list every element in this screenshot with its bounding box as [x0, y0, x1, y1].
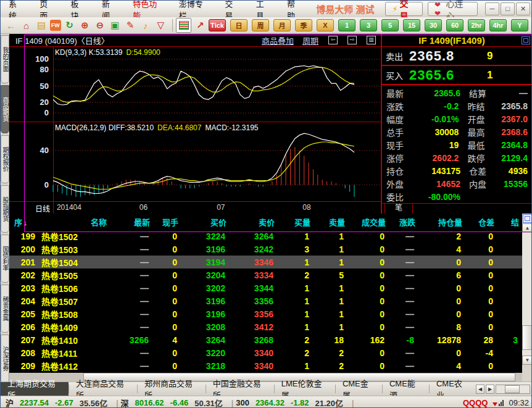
sidebar-tab-commodity-futures[interactable]: 商品期货 [1, 85, 9, 133]
svg-text:0: 0 [44, 108, 49, 117]
exchange-tab-shfe[interactable]: 上海期货交易所 [1, 382, 69, 396]
table-header-cell[interactable]: 持仓量 [418, 216, 465, 228]
table-row[interactable]: 205热卷1508—031963356110—00 [9, 307, 522, 320]
table-header-cell[interactable]: 现手 [152, 216, 181, 228]
buy-quote-row[interactable]: 买入 2365.6 1 [382, 66, 532, 85]
period-button-15[interactable]: 15 [403, 19, 420, 31]
cell-seq: 202 [9, 270, 40, 280]
zoom-out-icon[interactable]: ⊖ [93, 19, 107, 32]
exchange-tab-cme-agri[interactable]: CME农业 [430, 382, 476, 396]
table-header-cell[interactable]: 买价 [181, 216, 229, 228]
quote-board-button[interactable] [176, 18, 191, 33]
table-header-cell[interactable]: 卖价 [229, 216, 277, 228]
heart-link-button[interactable]: ❤❤ 心连心 [428, 2, 478, 16]
minimize-button[interactable]: ─ [485, 2, 499, 15]
maximize-button[interactable]: □ [501, 2, 515, 15]
sell-quote-row[interactable]: 卖出 2365.8 9 [382, 47, 532, 66]
tick-period-button[interactable]: Tick [209, 19, 226, 31]
scroll-down-button[interactable]: ▼ [522, 356, 532, 365]
fin-calendar-icon[interactable]: FW [50, 20, 61, 31]
table-restore-icon[interactable] [523, 214, 532, 223]
journal-icon[interactable]: ▤ [35, 19, 48, 32]
layout-icon[interactable]: ▥ [367, 36, 376, 44]
tab-scroll-right-button[interactable]: ▶ [486, 385, 494, 394]
index-label: 沪 [6, 397, 14, 408]
tab-mini-scroll-thumb[interactable] [505, 385, 520, 393]
zoom-in-icon[interactable]: ⊕ [78, 19, 91, 32]
period-button-5[interactable]: 5 [381, 19, 399, 31]
stat-value: 2365.8 [501, 101, 528, 111]
tick-tab[interactable]: 笔 [384, 204, 413, 214]
trade-button[interactable]: ⚡ 交易 [385, 2, 423, 16]
macd-chart[interactable]: 400 [9, 122, 381, 201]
period-button-2hr[interactable]: 2hr [468, 19, 485, 31]
table-header-cell[interactable]: 成交量 [347, 216, 388, 228]
scroll-track[interactable] [522, 233, 532, 356]
table-header-cell[interactable]: 仓差 [465, 216, 497, 228]
period-button-Y[interactable]: Y [511, 19, 528, 31]
alert-icon[interactable]: ♪ [139, 19, 152, 32]
table-header-cell[interactable]: 涨跌 [388, 216, 418, 228]
table-row[interactable]: 206热卷1409—032083412110—80 [9, 320, 522, 333]
table-header-cell[interactable]: 名称 [40, 216, 109, 228]
scroll-up-button[interactable]: ▲ [522, 223, 532, 233]
restore-icon[interactable] [522, 36, 530, 44]
next-page-icon[interactable]: ⇨ [347, 36, 357, 44]
prev-page-icon[interactable]: ⇦ [328, 36, 338, 44]
kd-chart[interactable]: 1008050200 [9, 47, 381, 122]
period-button-月[interactable]: 月 [273, 19, 291, 31]
table-row[interactable]: 209热卷1412—032183340120—40 [9, 359, 522, 372]
exchange-tab-lme[interactable]: LME伦敦金属 [275, 382, 335, 396]
period-button-周[interactable]: 周 [252, 19, 269, 31]
table-row[interactable]: 202热卷1505—032043334250—60 [9, 269, 522, 281]
table-row[interactable]: 201热卷1504—031943346110—00 [9, 256, 522, 269]
sidebar-tab-precious-metals[interactable]: 稀贵金属 [1, 285, 9, 333]
home-icon[interactable]: ⌂ [20, 19, 33, 32]
table-vertical-scrollbar[interactable]: ▲ ▼ [522, 214, 532, 381]
period-button-60[interactable]: 60 [446, 19, 463, 31]
table-header-cell[interactable]: 卖量 [313, 216, 347, 228]
table-header-cell[interactable]: 买量 [277, 216, 313, 228]
cell-seq: 205 [9, 309, 40, 319]
period-button-季[interactable]: 季 [295, 19, 312, 31]
table-row[interactable]: 200热卷1503—031963242310—40 [9, 243, 522, 256]
period-button-3[interactable]: 3 [360, 19, 377, 31]
overlay-icon[interactable]: ▣ [109, 19, 122, 32]
exchange-tab-czce[interactable]: 郑州商品交易所 [138, 382, 206, 396]
tab-scroll-left-button[interactable]: ◀ [476, 385, 484, 394]
table-row[interactable]: 204热卷1507—031963356110—00 [9, 294, 522, 307]
filter-icon[interactable]: ▽ [154, 19, 167, 32]
trend-chart-icon[interactable]: ↗ [193, 19, 207, 32]
table-header-cell[interactable]: 最新 [109, 216, 152, 228]
cell-bidv: 1 [277, 257, 313, 267]
close-button[interactable]: ✕ [516, 2, 530, 15]
exchange-tab-cffex[interactable]: 中国金融交易所 [206, 382, 274, 396]
table-row[interactable]: 203热卷1506—032023344110—00 [9, 281, 522, 294]
draw-icon[interactable]: ✎ [123, 19, 137, 32]
period-button-30[interactable]: 30 [425, 19, 442, 31]
sidebar-tab-my-page[interactable]: 我的页面 [1, 35, 9, 83]
table-header-cell[interactable]: 结 [497, 216, 522, 228]
overlay-instrument-link[interactable]: 商品叠加 [262, 35, 294, 46]
table-row[interactable]: 207热卷14103266432643268218162-812878283 [9, 333, 522, 346]
sidebar-tab-sh-sz-stocks[interactable]: 沪深证券 [1, 335, 9, 383]
exchange-tab-dce[interactable]: 大连商品交易所 [69, 382, 137, 396]
table-row[interactable]: 199热卷1502—032243264110—20 [9, 230, 522, 243]
sidebar-tab-option-quotes[interactable]: 期权报价 [1, 135, 9, 183]
table-row[interactable]: 208热卷1411—032203340220—0-4 [9, 346, 522, 359]
period-button-X[interactable]: X [317, 19, 334, 31]
period-button-日[interactable]: 日 [230, 19, 247, 31]
period-button-4hr[interactable]: 4hr [489, 19, 507, 31]
tab-mini-scrollbar[interactable] [496, 385, 530, 394]
sidebar-tab-index-futures[interactable]: 股指期货 [1, 185, 9, 233]
exchange-tab-cme-energy[interactable]: CME能源 [383, 382, 429, 396]
period-button-1[interactable]: 1 [338, 19, 355, 31]
refresh-icon[interactable]: ↻ [63, 19, 77, 32]
cell-name: 热卷1507 [40, 295, 109, 307]
back-icon[interactable]: ← [4, 19, 18, 32]
sidebar-tab-bond-rates[interactable]: 国债利率 [1, 235, 9, 283]
table-header-cell[interactable]: 序↓ [9, 216, 40, 228]
exchange-tab-cme-metal[interactable]: CME金属 [336, 382, 382, 396]
scroll-thumb[interactable] [522, 325, 532, 350]
period-link[interactable]: 周期 [302, 35, 318, 46]
